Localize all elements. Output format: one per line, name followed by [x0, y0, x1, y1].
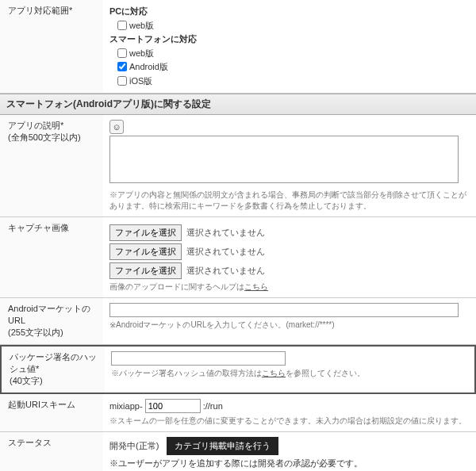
label-sp-web: web版: [129, 47, 154, 60]
label-sp-android: Android版: [129, 60, 168, 74]
note-package-hash: ※パッケージ署名ハッシュ値の取得方法はこちらを参照してください。: [111, 368, 468, 379]
label-package-hash: パッケージ署名のハッシュ値* (40文字): [2, 347, 105, 392]
content-app-support: PCに対応 web版 スマートフォンに対応 web版 Android版 iOS版: [103, 0, 476, 93]
content-market-url: ※AndroidマーケットのURLを入力してください。(market://***…: [103, 298, 476, 344]
content-uri-scheme: mixiapp- ://run ※スキームの一部を任意の値に変更することができま…: [103, 394, 476, 431]
textarea-app-description[interactable]: [109, 136, 459, 183]
link-capture-help[interactable]: こちら: [244, 282, 268, 291]
file-status-1: 選択されていません: [186, 226, 265, 239]
label-app-description: アプリの説明* (全角500文字以内): [0, 115, 103, 216]
label-status: ステータス: [0, 432, 103, 471]
file-select-button-3[interactable]: ファイルを選択: [109, 262, 182, 279]
note-app-description: ※アプリの内容と無関係の説明文が含まれる場合、事務局の判断で該当部分を削除させて…: [109, 190, 470, 212]
note-capture: 画像のアップロードに関するヘルプはこちら: [109, 281, 470, 293]
section-header-sp-android: スマートフォン(Androidアプリ版)に関する設定: [0, 94, 476, 115]
checkbox-sp-android[interactable]: [117, 62, 127, 71]
content-status: 開発中(正常) カテゴリ掲載申請を行う ※ユーザーがアプリを追加する際には開発者…: [103, 432, 476, 471]
label-capture: キャプチャ画像: [0, 217, 103, 297]
row-package-hash: パッケージ署名のハッシュ値* (40文字) ※パッケージ署名ハッシュ値の取得方法…: [0, 345, 476, 394]
label-sp-ios: iOS版: [129, 75, 152, 88]
note-uri-scheme: ※スキームの一部を任意の値に変更することができます。未入力の場合は初期設定の値に…: [109, 415, 470, 427]
status-value: 開発中(正常): [109, 441, 159, 450]
content-package-hash: ※パッケージ署名ハッシュ値の取得方法はこちらを参照してください。: [105, 347, 474, 392]
checkbox-sp-web[interactable]: [117, 48, 127, 58]
file-select-button-2[interactable]: ファイルを選択: [109, 243, 182, 260]
input-package-hash[interactable]: [111, 351, 286, 366]
file-select-button-1[interactable]: ファイルを選択: [109, 224, 182, 241]
row-capture: キャプチャ画像 ファイルを選択 選択されていません ファイルを選択 選択されてい…: [0, 217, 476, 298]
row-app-support: アプリ対応範囲* PCに対応 web版 スマートフォンに対応 web版 Andr…: [0, 0, 476, 94]
row-market-url: AndroidマーケットのURL (255文字以内) ※Androidマーケット…: [0, 298, 476, 345]
label-uri-scheme: 起動URIスキーム: [0, 394, 103, 431]
note-market-url: ※AndroidマーケットのURLを入力してください。(market://***…: [109, 320, 470, 331]
content-app-description: ☺ ※アプリの内容と無関係の説明文が含まれる場合、事務局の判断で該当部分を削除さ…: [103, 115, 476, 216]
sp-heading: スマートフォンに対応: [109, 33, 470, 46]
emoji-icon[interactable]: ☺: [109, 120, 124, 134]
link-hash-help[interactable]: こちら: [262, 369, 286, 377]
label-pc-web: web版: [129, 19, 154, 33]
checkbox-pc-web[interactable]: [117, 21, 127, 30]
row-uri-scheme: 起動URIスキーム mixiapp- ://run ※スキームの一部を任意の値に…: [0, 394, 476, 432]
uri-prefix: mixiapp-: [109, 401, 143, 411]
checkbox-sp-ios[interactable]: [117, 76, 127, 86]
note-status: ※ユーザーがアプリを追加する際には開発者の承認が必要です。: [109, 458, 470, 469]
label-market-url: AndroidマーケットのURL (255文字以内): [0, 298, 103, 344]
file-status-2: 選択されていません: [186, 245, 265, 258]
label-app-support: アプリ対応範囲*: [0, 0, 103, 93]
row-app-description: アプリの説明* (全角500文字以内) ☺ ※アプリの内容と無関係の説明文が含ま…: [0, 115, 476, 217]
pc-heading: PCに対応: [109, 5, 470, 18]
content-capture: ファイルを選択 選択されていません ファイルを選択 選択されていません ファイル…: [103, 217, 476, 297]
input-uri-scheme[interactable]: [145, 399, 201, 413]
file-status-3: 選択されていません: [186, 264, 265, 278]
category-apply-button[interactable]: カテゴリ掲載申請を行う: [167, 437, 278, 455]
input-market-url[interactable]: [109, 303, 459, 317]
uri-suffix: ://run: [203, 401, 223, 411]
row-status: ステータス 開発中(正常) カテゴリ掲載申請を行う ※ユーザーがアプリを追加する…: [0, 432, 476, 471]
